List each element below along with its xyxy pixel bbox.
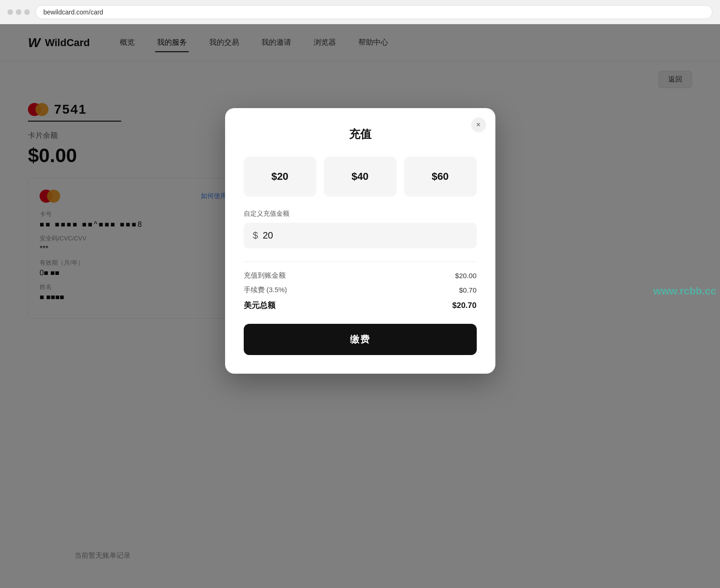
dollar-prefix: $ xyxy=(253,230,258,241)
modal-close-button[interactable]: × xyxy=(471,117,486,132)
divider xyxy=(244,261,477,262)
browser-dot-1 xyxy=(7,9,13,15)
handling-value: $0.70 xyxy=(459,286,477,294)
amount-option-60[interactable]: $60 xyxy=(404,157,477,197)
amount-option-20[interactable]: $20 xyxy=(244,157,316,197)
custom-amount-label: 自定义充值金额 xyxy=(244,210,477,218)
fee-row-recharge: 充值到账金额 $20.00 xyxy=(244,271,477,280)
recharge-label: 充值到账金额 xyxy=(244,271,286,280)
url-bar[interactable]: bewildcard.com/card xyxy=(35,5,713,19)
watermark: www.rcbb.cc xyxy=(650,283,720,299)
total-row: 美元总额 $20.70 xyxy=(244,300,477,311)
total-label: 美元总额 xyxy=(244,300,275,311)
browser-dot-3 xyxy=(24,9,30,15)
custom-amount-input[interactable] xyxy=(263,230,467,241)
fee-row-handling: 手续费 (3.5%) $0.70 xyxy=(244,286,477,294)
amount-option-40[interactable]: $40 xyxy=(324,157,397,197)
browser-controls xyxy=(7,9,30,15)
custom-input-wrapper: $ xyxy=(244,223,477,248)
browser-dot-2 xyxy=(16,9,21,15)
recharge-value: $20.00 xyxy=(455,272,477,280)
handling-label: 手续费 (3.5%) xyxy=(244,286,287,294)
pay-button[interactable]: 缴费 xyxy=(244,324,477,355)
modal-title: 充值 xyxy=(244,127,477,142)
total-value: $20.70 xyxy=(453,301,477,310)
recharge-modal: × 充值 $20 $40 $60 自定义充值金额 $ 充值到账金额 $20.00… xyxy=(225,108,495,374)
browser-bar: bewildcard.com/card xyxy=(0,0,720,24)
page-background: W WildCard 概览 我的服务 我的交易 我的邀请 浏览器 帮助中心 返回… xyxy=(0,24,720,588)
amount-options: $20 $40 $60 xyxy=(244,157,477,197)
